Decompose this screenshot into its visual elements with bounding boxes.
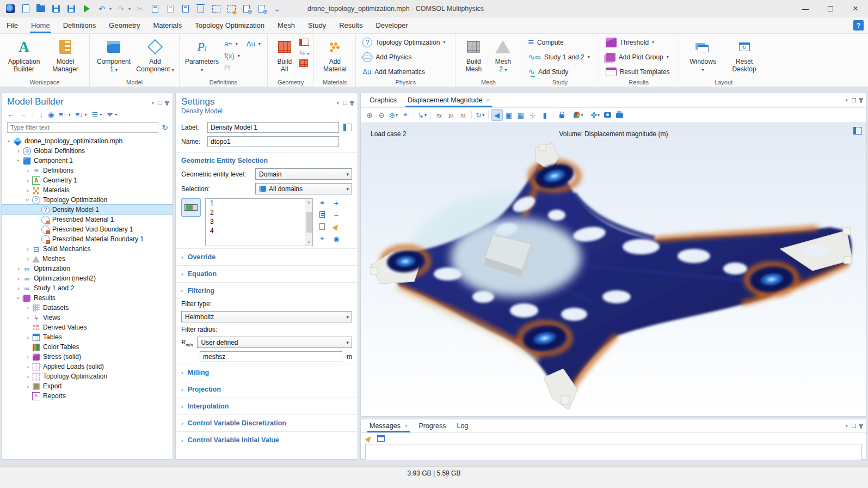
- tree-item-topology-optimization[interactable]: ›Topology Optimization: [2, 195, 173, 205]
- appearance-dropdown-icon[interactable]: ▾: [581, 113, 583, 118]
- section-milling[interactable]: ›Milling: [176, 364, 358, 381]
- tree-item-optimization[interactable]: ›Optimization: [2, 264, 173, 273]
- filter-icon[interactable]: [107, 113, 113, 117]
- tab-displacement-magnitude[interactable]: Displacement Magnitude×: [402, 93, 495, 107]
- back-icon[interactable]: ←: [7, 111, 14, 119]
- menu-tab-materials[interactable]: Materials: [146, 17, 188, 33]
- redo-dropdown-icon[interactable]: ▾: [128, 7, 131, 11]
- forward-icon[interactable]: →: [19, 111, 26, 119]
- pin-icon[interactable]: [860, 424, 862, 429]
- tree-item-density-model-1[interactable]: Density Model 1: [2, 205, 173, 215]
- selection-list-item[interactable]: 2: [206, 208, 312, 217]
- collapse-icon[interactable]: ›: [15, 295, 22, 301]
- collapse-icon[interactable]: ›: [24, 197, 31, 203]
- expand-icon[interactable]: ›: [15, 148, 22, 154]
- menu-tab-geometry[interactable]: Geometry: [102, 17, 146, 33]
- zoom-box-icon[interactable]: ⊕▾: [388, 109, 399, 120]
- name-field-input[interactable]: [207, 136, 339, 147]
- show-grid-icon[interactable]: ▦: [515, 109, 526, 120]
- zoom-box-dropdown-icon[interactable]: ▾: [396, 113, 398, 118]
- tree-item-reports[interactable]: Reports: [2, 391, 173, 401]
- view-xz-icon[interactable]: xz: [458, 109, 469, 120]
- find-icon[interactable]: [241, 3, 253, 15]
- copy-selection-icon[interactable]: [317, 210, 327, 219]
- zoom-extents-icon[interactable]: ⌖: [400, 109, 411, 120]
- tree-filter-input[interactable]: [7, 122, 158, 133]
- save-icon[interactable]: [50, 3, 62, 15]
- expand-icon[interactable]: ›: [24, 383, 31, 389]
- filter-type-dropdown[interactable]: Helmholtz: [181, 311, 352, 322]
- float-icon[interactable]: [852, 424, 856, 428]
- tree-item-optimization-mesh2[interactable]: ›Optimization (mesh2): [2, 273, 173, 283]
- copy-table-icon[interactable]: [377, 435, 385, 442]
- menu-tab-topology-optimization[interactable]: Topology Optimization: [188, 17, 271, 33]
- close-tab-icon[interactable]: ×: [404, 423, 408, 429]
- add-component-button[interactable]: AddComponent ▾: [136, 36, 175, 74]
- clear-selection-icon[interactable]: [225, 3, 237, 15]
- panel-menu-icon[interactable]: ▾: [845, 423, 848, 429]
- study-1-and-2-button[interactable]: ∿∞Study 1 and 2▾: [526, 51, 592, 63]
- tab-messages[interactable]: Messages×: [364, 419, 413, 432]
- tab-log[interactable]: Log: [451, 419, 473, 432]
- tree-item-meshes[interactable]: ›Meshes: [2, 254, 173, 264]
- collapse-icon[interactable]: ›: [15, 157, 22, 164]
- update-plot-dropdown-icon[interactable]: ▾: [598, 113, 600, 118]
- tab-graphics[interactable]: Graphics: [364, 93, 402, 107]
- selection-list-item[interactable]: 4: [206, 227, 312, 236]
- tree-item-prescribed-material-1[interactable]: Prescribed Material 1: [2, 215, 173, 224]
- appearance-icon[interactable]: ▾: [573, 109, 584, 120]
- create-selection-icon[interactable]: ⚭: [317, 198, 327, 207]
- redo-icon[interactable]: ↷: [115, 3, 127, 15]
- livelink-icon[interactable]: ⇆ ▾: [299, 48, 310, 57]
- tree-item-datasets[interactable]: ›Datasets: [2, 303, 173, 313]
- functions-button[interactable]: f(x)▾: [222, 50, 263, 61]
- add-mathematics-button[interactable]: Δu̲Add Mathematics: [360, 65, 427, 78]
- selection-dropdown[interactable]: All domains: [255, 183, 352, 194]
- entity-level-dropdown[interactable]: Domain: [255, 168, 352, 180]
- tree-item-solid-mechanics[interactable]: ›Solid Mechanics: [2, 244, 173, 254]
- add-material-button[interactable]: AddMaterial: [318, 36, 351, 73]
- tree-item-results[interactable]: ›Results: [2, 293, 173, 303]
- expand-icon[interactable]: ›: [15, 265, 22, 272]
- close-tab-icon[interactable]: ×: [487, 97, 490, 103]
- undo-dropdown-icon[interactable]: ▾: [109, 7, 112, 11]
- tree-item-derived-values[interactable]: Derived Values: [2, 322, 173, 332]
- expand-icon[interactable]: ›: [15, 275, 22, 282]
- zoom-in-icon[interactable]: ⊕: [364, 109, 375, 120]
- expand-all-icon[interactable]: ≡↓: [75, 111, 83, 119]
- rename-icon[interactable]: [343, 124, 352, 131]
- compute-button[interactable]: =Compute: [526, 36, 565, 48]
- add-study-button[interactable]: ∿̲Add Study: [526, 65, 570, 78]
- tree-item-geometry-1[interactable]: ›Geometry 1: [2, 175, 173, 185]
- threshold-button[interactable]: Threshold▾: [604, 36, 656, 48]
- section-control-variable-discretization[interactable]: ›Control Variable Discretization: [176, 414, 358, 431]
- zoom-out-icon[interactable]: ⊖: [376, 109, 387, 120]
- build-all-button[interactable]: BuildAll: [272, 36, 297, 73]
- selection-list[interactable]: 1234 ∧∨: [205, 198, 313, 246]
- refresh-icon[interactable]: ↻: [162, 123, 168, 132]
- section-filtering[interactable]: ›Filtering: [176, 282, 358, 299]
- pin-icon[interactable]: [860, 98, 862, 103]
- label-field-input[interactable]: [207, 122, 339, 133]
- import-geometry-icon[interactable]: [299, 39, 309, 46]
- scene-light-icon[interactable]: ◀: [491, 109, 502, 120]
- add-to-selection-icon[interactable]: +: [331, 198, 341, 207]
- mesh-2-button[interactable]: Mesh2 ▾: [489, 36, 516, 74]
- float-icon[interactable]: [343, 101, 347, 105]
- filter-radius-input[interactable]: [200, 351, 342, 362]
- section-interpolation[interactable]: ›Interpolation: [176, 398, 358, 414]
- tab-progress[interactable]: Progress: [413, 419, 451, 432]
- remove-from-selection-icon[interactable]: −: [331, 210, 341, 219]
- menu-tab-mesh[interactable]: Mesh: [271, 17, 301, 33]
- tree-item-export[interactable]: ›Export: [2, 381, 173, 391]
- tree-item-tables[interactable]: ›Tables: [2, 332, 173, 342]
- graphics-viewport[interactable]: Load case 2 Volume: Displacement magnitu…: [361, 123, 866, 416]
- zoom-to-selection-icon[interactable]: ⌖: [317, 234, 327, 243]
- save-as-icon[interactable]: [65, 3, 77, 15]
- expand-icon[interactable]: ›: [24, 334, 31, 340]
- move-up-icon[interactable]: ↑: [31, 111, 35, 119]
- new-file-icon[interactable]: [20, 3, 32, 15]
- selection-list-item[interactable]: 1: [206, 199, 312, 208]
- snapshot-icon[interactable]: [602, 109, 613, 120]
- result-templates-button[interactable]: Result Templates: [604, 65, 672, 78]
